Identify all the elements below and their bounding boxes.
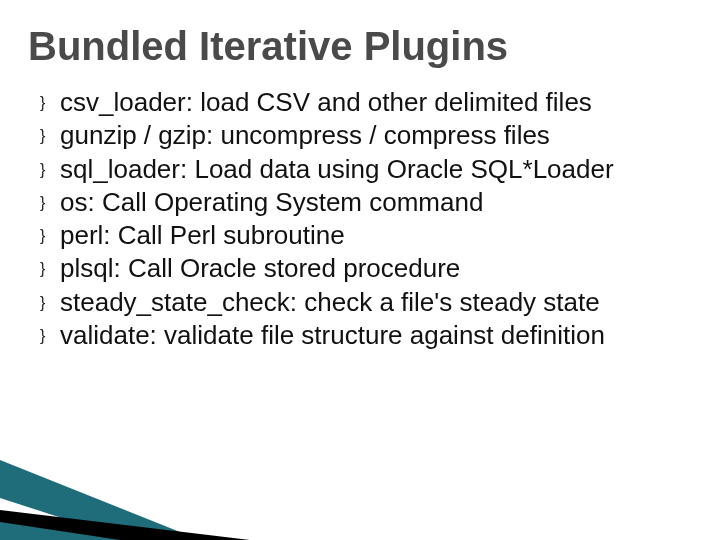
svg-marker-2 [0,510,250,540]
bullet-icon: } [40,219,60,252]
list-item-text: gunzip / gzip: uncompress / compress fil… [60,119,692,152]
svg-marker-1 [0,498,238,540]
list-item: } gunzip / gzip: uncompress / compress f… [40,119,692,152]
list-item-text: sql_loader: Load data using Oracle SQL*L… [60,153,692,186]
corner-wedge-icon [0,460,260,540]
bullet-icon: } [40,153,60,186]
slide: Bundled Iterative Plugins } csv_loader: … [0,0,720,540]
svg-marker-0 [0,460,200,540]
bullet-icon: } [40,119,60,152]
list-item-text: validate: validate file structure agains… [60,319,692,352]
list-item-text: steady_state_check: check a file's stead… [60,286,692,319]
list-item-text: perl: Call Perl subroutine [60,219,692,252]
list-item: } os: Call Operating System command [40,186,692,219]
list-item: } validate: validate file structure agai… [40,319,692,352]
list-item-text: os: Call Operating System command [60,186,692,219]
list-item: } perl: Call Perl subroutine [40,219,692,252]
list-item: } csv_loader: load CSV and other delimit… [40,86,692,119]
list-item: } plsql: Call Oracle stored procedure [40,252,692,285]
svg-marker-3 [0,522,120,540]
list-item: } steady_state_check: check a file's ste… [40,286,692,319]
list-item-text: csv_loader: load CSV and other delimited… [60,86,692,119]
bullet-list: } csv_loader: load CSV and other delimit… [28,86,692,352]
bullet-icon: } [40,86,60,119]
bullet-icon: } [40,186,60,219]
list-item-text: plsql: Call Oracle stored procedure [60,252,692,285]
bullet-icon: } [40,319,60,352]
bullet-icon: } [40,286,60,319]
bullet-icon: } [40,252,60,285]
page-title: Bundled Iterative Plugins [28,24,692,68]
list-item: } sql_loader: Load data using Oracle SQL… [40,153,692,186]
